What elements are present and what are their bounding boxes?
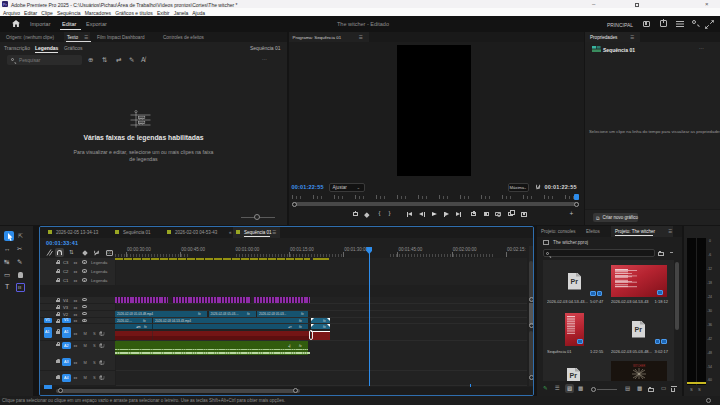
svg-text:WITCHER: WITCHER [633,364,645,368]
